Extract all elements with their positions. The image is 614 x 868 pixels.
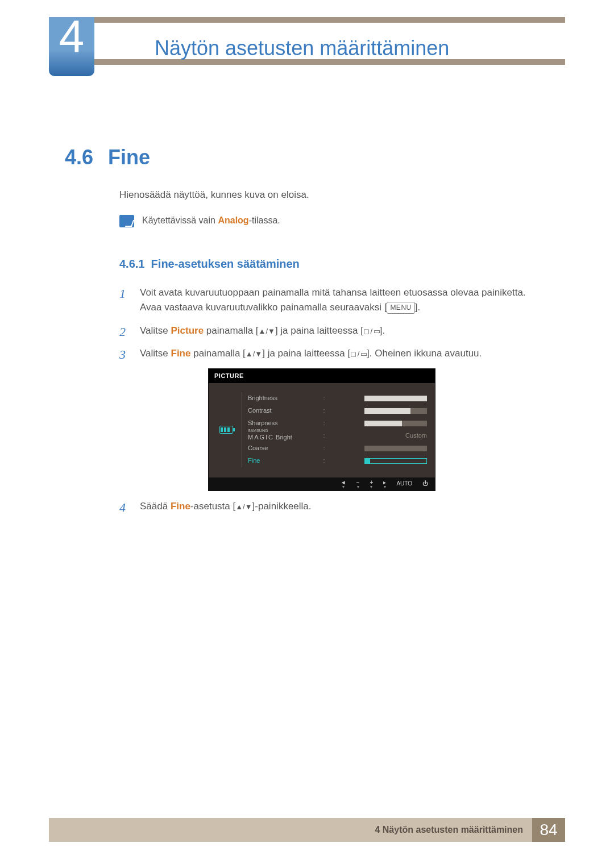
body: Hienosäädä näyttöä, kunnes kuva on elois… bbox=[119, 188, 547, 522]
osd-brightness-bar bbox=[364, 396, 427, 401]
enter-pair-icon: ◻ / ▭ bbox=[350, 350, 367, 358]
osd-coarse-bar bbox=[364, 446, 427, 451]
intro-text: Hienosäädä näyttöä, kunnes kuva on elois… bbox=[119, 188, 547, 202]
chapter-number: 4 bbox=[59, 17, 85, 59]
osd-coarse-label: Coarse bbox=[248, 443, 268, 453]
osd-magic-value: Custom bbox=[405, 431, 427, 441]
osd-contrast-label: Contrast bbox=[248, 406, 272, 416]
osd-brightness-label: Brightness bbox=[248, 393, 277, 403]
chapter-header: Näytön asetusten määrittäminen 4 bbox=[49, 17, 565, 65]
footer-chapter-label: 4 Näytön asetusten määrittäminen bbox=[49, 818, 532, 842]
step-1: 1 Voit avata kuvaruutuoppaan painamalla … bbox=[119, 285, 547, 315]
step-2: 2 Valitse Picture painamalla [▲/▼] ja pa… bbox=[119, 323, 547, 338]
steps-list: 1 Voit avata kuvaruutuoppaan painamalla … bbox=[119, 285, 547, 514]
up-down-icon: ▲/▼ bbox=[246, 350, 262, 358]
note-icon bbox=[119, 215, 134, 227]
osd-title: PICTURE bbox=[209, 369, 435, 383]
osd-plus-icon: +▾ bbox=[370, 480, 374, 489]
osd-minus-icon: −▾ bbox=[356, 480, 360, 489]
step-3: 3 Valitse Fine painamalla [▲/▼] ja paina… bbox=[119, 346, 547, 491]
note: Käytettävissä vain Analog-tilassa. bbox=[119, 214, 547, 228]
section-title: Fine bbox=[108, 146, 150, 169]
page-footer: 4 Näytön asetusten määrittäminen 84 bbox=[49, 818, 565, 842]
osd-contrast-bar bbox=[364, 408, 427, 414]
osd-enter-icon: ▸▾ bbox=[383, 480, 386, 489]
page-number: 84 bbox=[532, 818, 565, 842]
step-4: 4 Säädä Fine-asetusta [▲/▼]-painikkeella… bbox=[119, 499, 547, 514]
osd-power-icon: ⏻ bbox=[422, 481, 428, 487]
osd-footer: ◄▾ −▾ +▾ ▸▾ AUTO ⏻ bbox=[209, 477, 435, 491]
osd-fine-bar bbox=[364, 458, 427, 464]
up-down-icon: ▲/▼ bbox=[235, 502, 252, 511]
osd-fine-label: Fine bbox=[248, 456, 260, 466]
osd-sharpness-label: Sharpness bbox=[248, 418, 278, 428]
osd-magic-label: SAMSUNGMAGIC Bright bbox=[248, 429, 292, 442]
note-text: Käytettävissä vain Analog-tilassa. bbox=[142, 214, 280, 228]
section-heading: 4.6 Fine bbox=[65, 146, 150, 169]
up-down-icon: ▲/▼ bbox=[259, 327, 275, 335]
menu-button-label: MENU bbox=[387, 302, 414, 314]
picture-mode-icon bbox=[219, 426, 233, 434]
osd-auto-label: AUTO bbox=[396, 481, 412, 487]
chapter-badge: 4 bbox=[49, 17, 94, 76]
subsection-heading: 4.6.1 Fine-asetuksen säätäminen bbox=[119, 255, 547, 273]
osd-back-icon: ◄▾ bbox=[341, 480, 346, 489]
osd-picture-menu: PICTURE Brightness Contrast Sharpness SA… bbox=[208, 368, 435, 492]
enter-pair-icon: ◻ / ▭ bbox=[363, 327, 380, 335]
chapter-title: Näytön asetusten määrittäminen bbox=[155, 36, 449, 60]
osd-sharpness-bar bbox=[364, 421, 427, 426]
section-number: 4.6 bbox=[65, 146, 93, 169]
